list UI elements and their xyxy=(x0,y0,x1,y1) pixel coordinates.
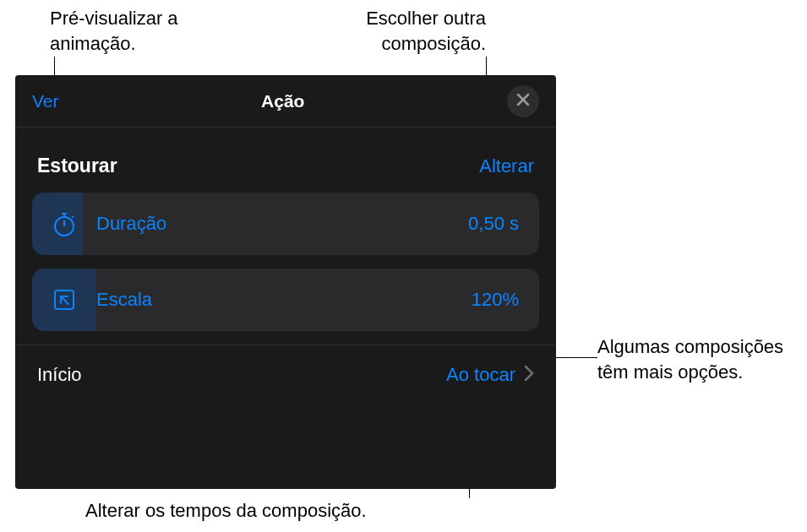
stopwatch-icon xyxy=(32,210,96,237)
effect-row: Estourar Alterar xyxy=(15,139,556,193)
effect-name: Estourar xyxy=(37,155,117,177)
svg-line-8 xyxy=(61,296,68,304)
callout-options: Algumas composições têm mais opções. xyxy=(597,334,792,384)
panel-header: Ver Ação xyxy=(15,75,556,128)
divider xyxy=(15,345,556,345)
callout-timing: Alterar os tempos da composição. xyxy=(85,498,508,524)
expand-icon xyxy=(32,286,96,313)
duration-value: 0,50 s xyxy=(468,213,539,235)
scale-value: 120% xyxy=(472,289,539,311)
panel-title: Ação xyxy=(261,91,304,111)
start-label: Início xyxy=(37,364,82,386)
callout-preview: Pré-visualizar a animação. xyxy=(50,6,219,56)
close-button[interactable] xyxy=(507,85,539,117)
callout-compose: Escolher outra composição. xyxy=(317,6,486,56)
duration-row[interactable]: Duração 0,50 s xyxy=(32,193,539,255)
view-button[interactable]: Ver xyxy=(32,91,59,111)
chevron-right-icon xyxy=(524,365,534,385)
duration-label: Duração xyxy=(96,213,468,235)
svg-line-6 xyxy=(72,216,74,218)
action-panel: Ver Ação Estourar Alterar xyxy=(15,75,556,489)
close-icon xyxy=(516,93,530,110)
start-value: Ao tocar xyxy=(446,364,515,386)
change-button[interactable]: Alterar xyxy=(479,155,534,177)
scale-label: Escala xyxy=(96,289,472,311)
scale-row[interactable]: Escala 120% xyxy=(32,269,539,331)
start-row[interactable]: Início Ao tocar xyxy=(15,349,556,398)
